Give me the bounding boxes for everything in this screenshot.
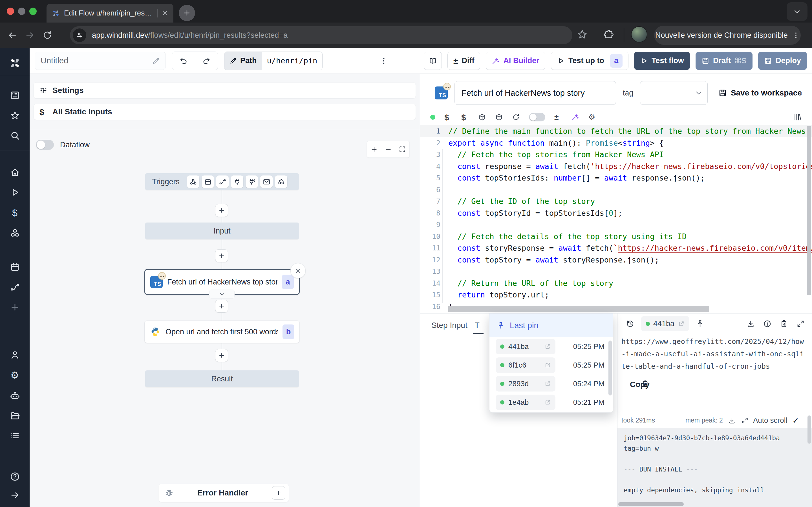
code-line[interactable]: 13 bbox=[420, 266, 812, 277]
trigger-plug-bolt-button[interactable] bbox=[246, 175, 258, 188]
tab-test-partial[interactable]: T bbox=[475, 321, 479, 330]
input-node[interactable]: Input bbox=[145, 223, 299, 239]
trigger-plug-button[interactable] bbox=[231, 175, 243, 188]
fit-view-icon[interactable] bbox=[399, 146, 406, 153]
log-horizontal-scrollbar[interactable] bbox=[618, 502, 684, 506]
zoom-in-icon[interactable] bbox=[370, 146, 378, 153]
code-line[interactable]: 15 return topStory.url; bbox=[420, 289, 812, 301]
run-id-pill[interactable]: 2893d bbox=[496, 376, 555, 392]
extensions-icon[interactable] bbox=[603, 29, 614, 40]
package-icon[interactable] bbox=[478, 113, 486, 121]
draft-button[interactable]: Draft ⌘S bbox=[696, 52, 753, 70]
path-group[interactable]: Path u/henri/pin bbox=[224, 52, 322, 70]
diff-button[interactable]: ± Diff bbox=[448, 52, 480, 70]
edit-name-icon[interactable] bbox=[152, 57, 160, 65]
zoom-out-icon[interactable] bbox=[385, 146, 392, 153]
last-pin-option[interactable]: Last pin bbox=[490, 314, 613, 337]
code-line[interactable]: 1// Define the main function to fetch th… bbox=[420, 125, 812, 137]
sidebar-item-help-icon[interactable] bbox=[10, 471, 20, 482]
external-link-icon[interactable] bbox=[545, 343, 551, 349]
sidebar-item-home-icon[interactable] bbox=[10, 167, 20, 177]
settings-button[interactable]: Settings bbox=[34, 82, 416, 99]
dataflow-toggle[interactable] bbox=[36, 140, 54, 150]
browser-tab[interactable]: Edit Flow u/henri/pin_results bbox=[47, 4, 173, 22]
minimize-window-button[interactable] bbox=[18, 8, 26, 15]
maximize-window-button[interactable] bbox=[29, 8, 37, 15]
code-editor[interactable]: 1// Define the main function to fetch th… bbox=[420, 125, 812, 313]
external-link-icon[interactable] bbox=[545, 381, 551, 387]
more-options-icon[interactable] bbox=[379, 57, 388, 65]
autoscroll-checkbox[interactable]: ✓ bbox=[792, 417, 800, 424]
sidebar-item-arrow-right-icon[interactable] bbox=[10, 490, 20, 500]
new-tab-button[interactable] bbox=[179, 5, 195, 21]
undo-button[interactable] bbox=[172, 52, 195, 70]
resources-button[interactable]: $ bbox=[461, 113, 469, 121]
trigger-route-button[interactable] bbox=[216, 175, 229, 188]
code-line[interactable]: 12 const topStory = await storyResponse.… bbox=[420, 254, 812, 266]
history-icon[interactable] bbox=[626, 320, 635, 328]
external-link-icon[interactable] bbox=[545, 362, 551, 368]
sidebar-item-search-icon[interactable] bbox=[10, 130, 20, 140]
tab-search-button[interactable] bbox=[786, 2, 808, 21]
test-flow-button[interactable]: Test flow bbox=[634, 52, 690, 70]
expand-step-button[interactable] bbox=[209, 290, 235, 298]
tag-select[interactable] bbox=[640, 81, 707, 105]
code-line[interactable]: 10 // Fetch the details of the top story… bbox=[420, 231, 812, 242]
settings-icon[interactable]: ⚙ bbox=[588, 113, 596, 121]
profile-avatar[interactable] bbox=[631, 26, 647, 43]
reset-icon[interactable] bbox=[512, 113, 520, 121]
pin-history-item[interactable]: 441ba05:25 PM bbox=[490, 337, 613, 356]
trigger-mail-button[interactable] bbox=[260, 175, 273, 188]
trigger-poll-button[interactable] bbox=[275, 175, 287, 188]
reload-button[interactable] bbox=[42, 30, 52, 40]
triggers-node[interactable]: Triggers bbox=[145, 173, 299, 190]
docs-button[interactable] bbox=[424, 52, 442, 70]
library-icon[interactable] bbox=[794, 113, 802, 121]
sidebar-item-folder-icon[interactable] bbox=[10, 411, 20, 421]
sidebar-item-play-icon[interactable] bbox=[10, 187, 20, 198]
package-icon[interactable] bbox=[495, 113, 503, 121]
pin-history-item[interactable]: 1e4ab05:21 PM bbox=[490, 393, 613, 411]
tab-step-input[interactable]: Step Input bbox=[432, 321, 467, 330]
sidebar-item-route-icon[interactable] bbox=[10, 282, 20, 292]
save-to-workspace-button[interactable]: Save to workspace bbox=[718, 89, 802, 98]
log-vertical-scrollbar[interactable] bbox=[808, 415, 811, 444]
sidebar-item-user-icon[interactable] bbox=[10, 350, 20, 360]
pin-icon[interactable] bbox=[696, 320, 704, 328]
run-id-pill[interactable]: 6f1c6 bbox=[496, 357, 555, 373]
back-button[interactable] bbox=[7, 30, 17, 40]
code-line[interactable]: 8 const topStoryId = topStoriesIds[0]; bbox=[420, 207, 812, 219]
sidebar-item-star-icon[interactable] bbox=[10, 110, 20, 121]
add-step-button[interactable] bbox=[215, 249, 228, 262]
code-line[interactable]: 2export async function main(): Promise<s… bbox=[420, 137, 812, 149]
code-line[interactable]: 4 const response = await fetch('https://… bbox=[420, 161, 812, 172]
code-line[interactable]: 7 // Get the ID of the top story bbox=[420, 195, 812, 207]
code-line[interactable]: 9 bbox=[420, 219, 812, 231]
expand-logs-icon[interactable] bbox=[741, 417, 749, 424]
editor-vertical-scrollbar[interactable] bbox=[807, 126, 811, 295]
code-line[interactable]: 6 bbox=[420, 184, 812, 196]
sidebar-item-dollar-icon[interactable]: $ bbox=[10, 208, 20, 218]
close-tab-icon[interactable] bbox=[161, 10, 168, 17]
test-up-to-button[interactable]: Test up to a bbox=[551, 52, 628, 70]
pin-history-item[interactable]: 2893d05:24 PM bbox=[490, 374, 613, 393]
ai-assist-icon[interactable] bbox=[571, 113, 579, 121]
ai-builder-button[interactable]: AI Builder bbox=[486, 52, 545, 70]
address-bar[interactable]: app.windmill.dev/flows/edit/u/henri/pin_… bbox=[70, 26, 572, 44]
sidebar-item-plus-icon[interactable] bbox=[10, 302, 20, 313]
error-handler-node[interactable]: Error Handler bbox=[159, 484, 289, 502]
editor-horizontal-scrollbar[interactable] bbox=[448, 306, 709, 312]
code-line[interactable]: 5 const topStoriesIds: number[] = await … bbox=[420, 172, 812, 184]
flow-name-field[interactable]: Untitled bbox=[35, 52, 166, 70]
variables-button[interactable]: $ bbox=[444, 113, 452, 121]
info-icon[interactable] bbox=[763, 320, 771, 328]
result-run-badge[interactable]: 441ba bbox=[641, 316, 689, 331]
windmill-logo[interactable] bbox=[8, 57, 21, 69]
pin-history-item[interactable]: 6f1c605:25 PM bbox=[490, 356, 613, 374]
code-line[interactable]: 14 // Return the URL of the top story bbox=[420, 277, 812, 289]
add-error-handler-button[interactable] bbox=[272, 486, 285, 500]
flow-step-b[interactable]: Open url and fetch first 500 words of ..… bbox=[144, 321, 300, 343]
diff-icon[interactable]: ± bbox=[554, 113, 562, 121]
code-line[interactable]: 11 const storyResponse = await fetch(`ht… bbox=[420, 242, 812, 254]
download-logs-icon[interactable] bbox=[728, 417, 735, 424]
